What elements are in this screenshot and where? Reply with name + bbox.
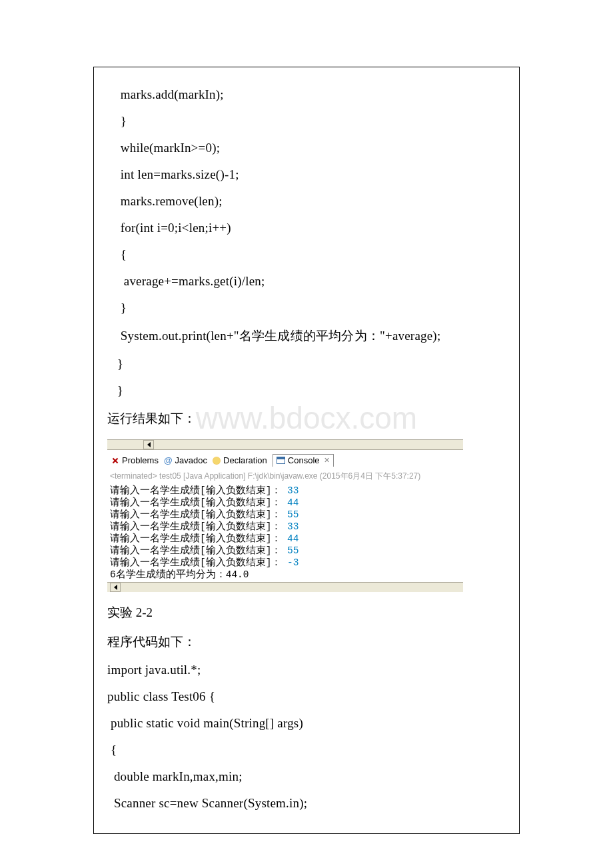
console-row: 请输入一名学生成绩[输入负数结束]： 55 [110,509,460,521]
eclipse-console-screenshot: Problems @ Javadoc Declaration Console ✕ [107,439,463,592]
code-line: } [107,301,506,315]
console-summary: 6名学生成绩的平均分为：44.0 [110,569,460,581]
tab-label: Declaration [223,455,267,465]
console-row: 请输入一名学生成绩[输入负数结束]： 33 [110,521,460,533]
eclipse-tabs: Problems @ Javadoc Declaration Console ✕ [107,450,463,469]
tab-javadoc: @ Javadoc [164,455,207,465]
code-line: } [107,114,506,129]
javadoc-icon: @ [164,455,173,465]
console-icon [277,457,285,464]
tab-problems: Problems [111,455,159,465]
section-sub: 程序代码如下： [107,633,506,651]
code-line: double markIn,max,min; [107,769,506,784]
code-line: marks.remove(len); [107,194,506,209]
code-line: public class Test06 { [107,689,506,704]
terminated-line: <terminated> test05 [Java Application] F… [107,469,463,485]
tab-label: Problems [122,455,159,465]
code-line: { [107,743,506,757]
code-line: marks.add(markIn); [107,87,506,102]
console-output: 请输入一名学生成绩[输入负数结束]： 33 请输入一名学生成绩[输入负数结束]：… [107,485,463,582]
tab-console: Console ✕ [273,454,334,467]
scrollbar-bottom [107,582,463,592]
run-result-label: 运行结果如下： [107,410,506,427]
tab-declaration: Declaration [213,455,267,465]
code-line: { [107,247,506,262]
scrollbar-top [107,439,463,450]
problems-icon [111,457,119,465]
code-line: } [107,357,506,371]
tab-label: Console [288,455,320,465]
code-line: average+=marks.get(i)/len; [107,274,506,289]
declaration-icon [213,457,221,465]
console-row: 请输入一名学生成绩[输入负数结束]： 44 [110,533,460,545]
code-line: import java.util.*; [107,663,506,677]
code-line: Scanner sc=new Scanner(System.in); [107,796,506,811]
code-line: public static void main(String[] args) [107,716,506,731]
console-row: 请输入一名学生成绩[输入负数结束]： -3 [110,557,460,569]
console-row: 请输入一名学生成绩[输入负数结束]： 44 [110,497,460,509]
section-heading: 实验 2-2 [107,604,506,621]
console-row: 请输入一名学生成绩[输入负数结束]： 33 [110,485,460,497]
document-frame: marks.add(markIn); } while(markIn>=0); i… [93,67,520,834]
code-line: System.out.print(len+"名学生成绩的平均分为："+avera… [107,327,506,345]
tab-label: Javadoc [175,455,207,465]
scroll-left-icon [110,583,121,592]
console-row: 请输入一名学生成绩[输入负数结束]： 55 [110,545,460,557]
code-line: } [107,383,506,398]
close-icon: ✕ [324,456,330,465]
code-line: int len=marks.size()-1; [107,167,506,182]
scroll-left-icon [143,440,154,449]
code-line: for(int i=0;i<len;i++) [107,221,506,235]
code-line: while(markIn>=0); [107,141,506,155]
